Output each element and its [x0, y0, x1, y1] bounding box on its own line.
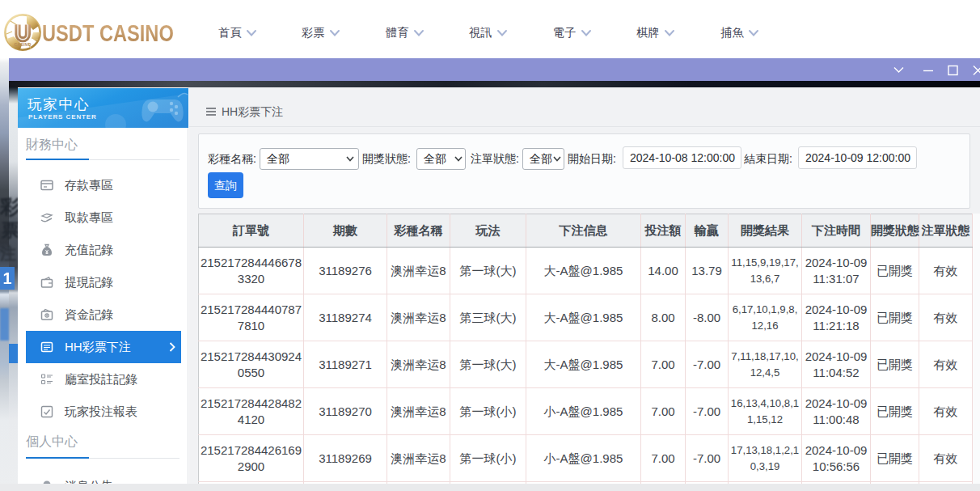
svg-text:CASINO: CASINO	[14, 42, 31, 47]
